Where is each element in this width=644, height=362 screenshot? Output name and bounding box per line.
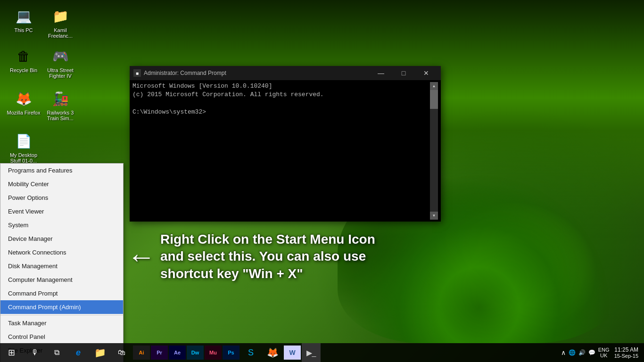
menu-item-event-viewer[interactable]: Event Viewer <box>0 205 123 218</box>
taskbar-file-explorer[interactable]: 📁 <box>90 343 110 362</box>
cmd-minimize-button[interactable]: — <box>370 66 392 80</box>
recycle-bin-icon: 🗑 <box>14 47 33 66</box>
firefox-icon: 🦊 <box>14 89 33 108</box>
language-region: UK <box>598 353 610 358</box>
language-indicator[interactable]: ENG UK <box>598 347 610 358</box>
clock-date: 15-Sep-15 <box>614 353 638 359</box>
cmd-maximize-button[interactable]: □ <box>393 66 414 80</box>
desktop-icon-ultra-street[interactable]: 🎮 Ultra Street Fighter IV <box>41 45 79 81</box>
railworks-icon: 🚂 <box>51 89 70 108</box>
menu-item-disk-management[interactable]: Disk Management <box>0 259 123 273</box>
menu-item-programs-features[interactable]: Programs and Features <box>0 164 123 177</box>
annotation: ← Right Click on the Start Menu Icon and… <box>127 231 396 282</box>
cmd-close-button[interactable]: ✕ <box>415 66 437 80</box>
taskbar-premiere[interactable]: Pr <box>151 346 168 360</box>
scroll-down-button[interactable]: ▼ <box>430 212 438 220</box>
menu-item-computer-management[interactable]: Computer Management <box>0 273 123 287</box>
taskbar-after-effects[interactable]: Ae <box>169 346 186 360</box>
taskbar-muse[interactable]: Mu <box>205 346 222 360</box>
cmd-window: ■ Administrator: Command Prompt — □ ✕ Mi… <box>130 66 441 222</box>
menu-item-power-options[interactable]: Power Options <box>0 191 123 205</box>
clock-time: 11:25 AM <box>614 346 638 353</box>
railworks-label: Railworks 3 Train Sim... <box>43 110 77 121</box>
cmd-window-icon: ■ <box>133 69 141 77</box>
taskbar-icons: 🎙 ⧉ e 📁 🛍 Ai Pr Ae Dw Mu Ps S 🦊 <box>23 343 557 362</box>
menu-item-control-panel[interactable]: Control Panel <box>0 330 123 344</box>
cmd-line4: C:\Windows\system32> <box>132 108 430 116</box>
recycle-bin-label: Recycle Bin <box>10 67 37 73</box>
desktop-icon-railworks[interactable]: 🚂 Railworks 3 Train Sim... <box>41 87 79 123</box>
this-pc-label: This PC <box>14 27 33 33</box>
taskbar-skype[interactable]: S <box>240 343 261 362</box>
menu-item-mobility-center[interactable]: Mobility Center <box>0 177 123 191</box>
menu-item-command-prompt[interactable]: Command Prompt <box>0 287 123 300</box>
menu-divider-1 <box>0 315 123 315</box>
desktop-icon-firefox[interactable]: 🦊 Mozilla Firefox <box>5 87 42 117</box>
scroll-thumb[interactable] <box>430 90 438 109</box>
cmd-controls: — □ ✕ <box>370 66 437 80</box>
taskbar-edge[interactable]: e <box>68 343 89 362</box>
cmd-content[interactable]: Microsoft Windows [Version 10.0.10240] (… <box>132 82 430 220</box>
volume-icon[interactable]: 🔊 <box>578 349 586 356</box>
cmd-titlebar[interactable]: ■ Administrator: Command Prompt — □ ✕ <box>130 66 441 80</box>
cmd-title: Administrator: Command Prompt <box>144 70 370 76</box>
kamil-label: Kamil Freelanc... <box>43 27 77 39</box>
desktop-icon-this-pc[interactable]: 💻 This PC <box>5 5 42 35</box>
cmd-line1: Microsoft Windows [Version 10.0.10240] <box>132 82 430 90</box>
menu-item-task-manager[interactable]: Task Manager <box>0 316 123 330</box>
taskbar: ⊞ 🎙 ⧉ e 📁 🛍 Ai Pr Ae Dw Mu Ps S <box>0 343 644 362</box>
my-desktop-icon: 📄 <box>14 132 33 150</box>
cmd-line2: (c) 2015 Microsoft Corporation. All righ… <box>132 90 430 99</box>
cmd-body: Microsoft Windows [Version 10.0.10240] (… <box>130 80 441 222</box>
taskbar-cmd[interactable]: ▶_ <box>302 343 321 362</box>
taskbar-task-view[interactable]: ⧉ <box>46 343 67 362</box>
start-icon: ⊞ <box>8 347 15 358</box>
network-icon[interactable]: 🌐 <box>569 349 576 356</box>
language-code: ENG <box>598 347 610 353</box>
system-clock[interactable]: 11:25 AM 15-Sep-15 <box>612 346 640 359</box>
kamil-icon: 📁 <box>51 7 70 25</box>
taskbar-firefox[interactable]: 🦊 <box>262 343 283 362</box>
desktop-icon-kamil[interactable]: 📁 Kamil Freelanc... <box>41 5 79 41</box>
taskbar-cortana-mic[interactable]: 🎙 <box>25 343 45 362</box>
menu-item-network-connections[interactable]: Network Connections <box>0 246 123 259</box>
annotation-arrow-icon: ← <box>127 243 156 271</box>
scroll-up-button[interactable]: ▲ <box>430 82 438 90</box>
ultra-street-icon: 🎮 <box>51 47 70 66</box>
notification-icon[interactable]: 💬 <box>588 349 595 356</box>
menu-item-system[interactable]: System <box>0 218 123 232</box>
taskbar-photoshop[interactable]: Ps <box>223 346 239 360</box>
firefox-label: Mozilla Firefox <box>7 110 41 115</box>
cmd-line3 <box>132 99 430 107</box>
cmd-scrollbar[interactable]: ▲ ▼ <box>430 82 438 220</box>
this-pc-icon: 💻 <box>14 7 33 25</box>
taskbar-store[interactable]: 🛍 <box>111 343 132 362</box>
context-menu: Programs and Features Mobility Center Po… <box>0 163 124 362</box>
menu-item-device-manager[interactable]: Device Manager <box>0 232 123 246</box>
annotation-text: Right Click on the Start Menu Icon and s… <box>160 231 396 282</box>
desktop: 💻 This PC 📁 Kamil Freelanc... 🗑 Recycle … <box>0 0 644 362</box>
taskbar-word[interactable]: W <box>284 346 301 360</box>
taskbar-system-tray: ∧ 🌐 🔊 💬 ENG UK 11:25 AM 15-Sep-15 <box>557 346 644 359</box>
desktop-icon-recycle-bin[interactable]: 🗑 Recycle Bin <box>5 45 42 75</box>
ultra-street-label: Ultra Street Fighter IV <box>43 67 77 79</box>
start-button[interactable]: ⊞ <box>0 343 23 362</box>
taskbar-dreamweaver[interactable]: Dw <box>187 346 204 360</box>
scroll-track[interactable] <box>430 90 438 212</box>
taskbar-illustrator[interactable]: Ai <box>133 346 150 360</box>
menu-item-command-prompt-admin[interactable]: Command Prompt (Admin) <box>0 300 123 314</box>
desktop-icon-my-desktop[interactable]: 📄 My Desktop Stuff 01-0... <box>5 130 42 165</box>
my-desktop-label: My Desktop Stuff 01-0... <box>7 152 41 164</box>
show-hidden-icons-button[interactable]: ∧ <box>561 349 566 356</box>
